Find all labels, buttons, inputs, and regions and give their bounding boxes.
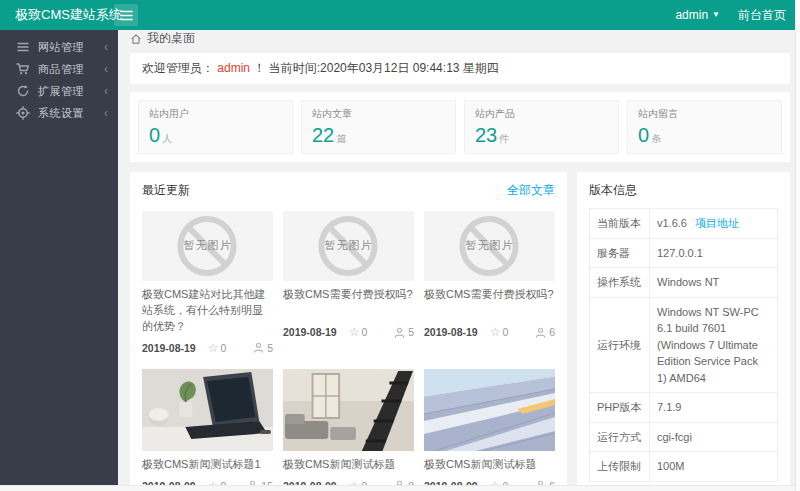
person-icon — [253, 342, 264, 353]
breadcrumb-label[interactable]: 我的桌面 — [147, 30, 195, 47]
stat-value: 23件 — [475, 124, 608, 146]
main-area: 我的桌面 欢迎管理员： admin ！ 当前时间:2020年03月12日 09:… — [118, 30, 800, 485]
article-meta: 2019-08-19 ☆0 5 — [283, 325, 414, 339]
home-icon — [130, 33, 142, 45]
chevron-left-icon: ‹ — [104, 84, 108, 98]
article-date: 2019-08-19 — [424, 326, 478, 338]
view-count: 6 — [535, 326, 555, 338]
sidebar-item-products[interactable]: 商品管理 ‹ — [0, 58, 118, 80]
hamburger-icon — [120, 10, 133, 21]
top-header: 极致CMS建站系统 admin ▼ 前台首页 — [0, 0, 800, 30]
table-row: 上传限制 100M — [590, 452, 778, 482]
no-image-placeholder: 暂无图片 — [142, 211, 273, 281]
article-date: 2019-08-19 — [142, 342, 196, 354]
version-table: 当前版本 v1.6.6项目地址 服务器 127.0.0.1 操作系统 Windo… — [589, 208, 778, 482]
person-icon — [535, 327, 546, 338]
article-date: 2019-08-19 — [283, 326, 337, 338]
version-panel-title: 版本信息 — [589, 183, 637, 197]
recent-title: 最近更新 — [142, 182, 190, 199]
table-row: 当前版本 v1.6.6项目地址 — [590, 209, 778, 239]
project-url-link[interactable]: 项目地址 — [695, 217, 739, 229]
table-row: 运行方式 cgi-fcgi — [590, 422, 778, 452]
stat-card-users: 站内用户 0人 — [138, 100, 293, 154]
table-row: 服务器 127.0.0.1 — [590, 238, 778, 268]
article-thumbnail-roof — [424, 369, 555, 451]
no-image-placeholder: 暂无图片 — [283, 211, 414, 281]
chevron-left-icon: ‹ — [104, 106, 108, 120]
front-site-link[interactable]: 前台首页 — [738, 7, 786, 24]
list-icon — [16, 40, 30, 54]
desk-photo — [142, 369, 273, 451]
admin-user-menu[interactable]: admin ▼ — [675, 8, 720, 22]
cart-icon — [16, 62, 30, 76]
star-icon: ☆ — [349, 325, 360, 339]
stat-card-products: 站内产品 23件 — [464, 100, 619, 154]
article-title[interactable]: 极致CMS需要付费授权吗? — [283, 287, 414, 319]
no-image-text: 暂无图片 — [142, 238, 273, 253]
sidebar-toggle-button[interactable] — [114, 4, 138, 26]
welcome-prefix: 欢迎管理员： — [142, 61, 214, 75]
recent-panel-head: 最近更新 全部文章 — [142, 182, 555, 199]
table-row: PHP版本 7.1.9 — [590, 393, 778, 423]
app-title: 极致CMS建站系统 — [0, 6, 104, 24]
welcome-admin-name: admin — [217, 61, 250, 75]
all-articles-link[interactable]: 全部文章 — [507, 182, 555, 199]
article-title[interactable]: 极致CMS建站对比其他建站系统，有什么特别明显的优势？ — [142, 287, 273, 335]
roof-photo — [424, 369, 555, 451]
article-grid: 暂无图片 极致CMS建站对比其他建站系统，有什么特别明显的优势？ 2019-08… — [142, 211, 555, 491]
person-icon — [394, 327, 405, 338]
vertical-scrollbar[interactable] — [795, 0, 800, 491]
star-count: ☆0 — [349, 325, 368, 339]
sidebar-item-settings[interactable]: 系统设置 ‹ — [0, 102, 118, 124]
article-card[interactable]: 极致CMS新闻测试标题1 2019-08-09 ☆0 15 — [142, 369, 273, 491]
stats-row: 站内用户 0人 站内文章 22篇 站内产品 23件 站内留言 0条 — [130, 92, 790, 162]
stat-card-articles: 站内文章 22篇 — [301, 100, 456, 154]
star-count: ☆0 — [490, 325, 509, 339]
recent-updates-panel: 最近更新 全部文章 暂无图 — [130, 172, 567, 491]
content: 欢迎管理员： admin ！ 当前时间:2020年03月12日 09:44:13… — [118, 47, 800, 491]
horizontal-scrollbar[interactable] — [0, 485, 800, 491]
chevron-down-icon: ▼ — [712, 11, 720, 19]
article-card[interactable]: 暂无图片 极致CMS需要付费授权吗? 2019-08-19 ☆0 6 — [424, 211, 555, 355]
gear-icon — [16, 106, 30, 120]
admin-dashboard: 极致CMS建站系统 admin ▼ 前台首页 — [0, 0, 800, 491]
article-title[interactable]: 极致CMS新闻测试标题1 — [142, 457, 273, 473]
stat-value: 0条 — [638, 124, 771, 146]
star-icon: ☆ — [208, 341, 219, 355]
no-image-placeholder: 暂无图片 — [424, 211, 555, 281]
admin-username: admin — [675, 8, 708, 22]
no-image-text: 暂无图片 — [283, 238, 414, 253]
stat-card-messages: 站内留言 0条 — [627, 100, 782, 154]
welcome-time: ！ 当前时间:2020年03月12日 09:44:13 星期四 — [253, 61, 498, 75]
extension-icon — [16, 84, 30, 98]
sidebar-item-extensions[interactable]: 扩展管理 ‹ — [0, 80, 118, 102]
body-wrap: 网站管理 ‹ 商品管理 ‹ — [0, 30, 800, 485]
article-thumbnail-desk — [142, 369, 273, 451]
welcome-banner: 欢迎管理员： admin ！ 当前时间:2020年03月12日 09:44:13… — [130, 53, 790, 84]
article-card[interactable]: 暂无图片 极致CMS建站对比其他建站系统，有什么特别明显的优势？ 2019-08… — [142, 211, 273, 355]
table-row: 运行环境 Windows NT SW-PC 6.1 build 7601 (Wi… — [590, 297, 778, 393]
version-value: v1.6.6 — [657, 217, 687, 229]
table-row: 操作系统 Windows NT — [590, 268, 778, 298]
chevron-left-icon: ‹ — [104, 62, 108, 76]
content-columns: 最近更新 全部文章 暂无图 — [130, 172, 790, 491]
article-card[interactable]: 暂无图片 极致CMS需要付费授权吗? 2019-08-19 ☆0 5 — [283, 211, 414, 355]
star-icon: ☆ — [490, 325, 501, 339]
no-image-text: 暂无图片 — [424, 238, 555, 253]
article-card[interactable]: 极致CMS新闻测试标题 2019-08-09 ☆0 8 — [283, 369, 414, 491]
version-info-panel: 版本信息 当前版本 v1.6.6项目地址 服务器 127.0.0.1 — [577, 172, 790, 491]
right-column: 版本信息 当前版本 v1.6.6项目地址 服务器 127.0.0.1 — [577, 172, 790, 491]
article-meta: 2019-08-19 ☆0 6 — [424, 325, 555, 339]
article-title[interactable]: 极致CMS需要付费授权吗? — [424, 287, 555, 319]
article-meta: 2019-08-19 ☆0 5 — [142, 341, 273, 355]
sidebar-item-website[interactable]: 网站管理 ‹ — [0, 36, 118, 58]
stat-value: 22篇 — [312, 124, 445, 146]
view-count: 5 — [253, 342, 273, 354]
article-title[interactable]: 极致CMS新闻测试标题 — [283, 457, 414, 473]
stat-value: 0人 — [149, 124, 282, 146]
sidebar-nav: 网站管理 ‹ 商品管理 ‹ — [0, 30, 118, 485]
loft-photo — [283, 369, 414, 451]
article-card[interactable]: 极致CMS新闻测试标题 2019-08-09 ☆0 6 — [424, 369, 555, 491]
star-count: ☆0 — [208, 341, 227, 355]
article-title[interactable]: 极致CMS新闻测试标题 — [424, 457, 555, 473]
